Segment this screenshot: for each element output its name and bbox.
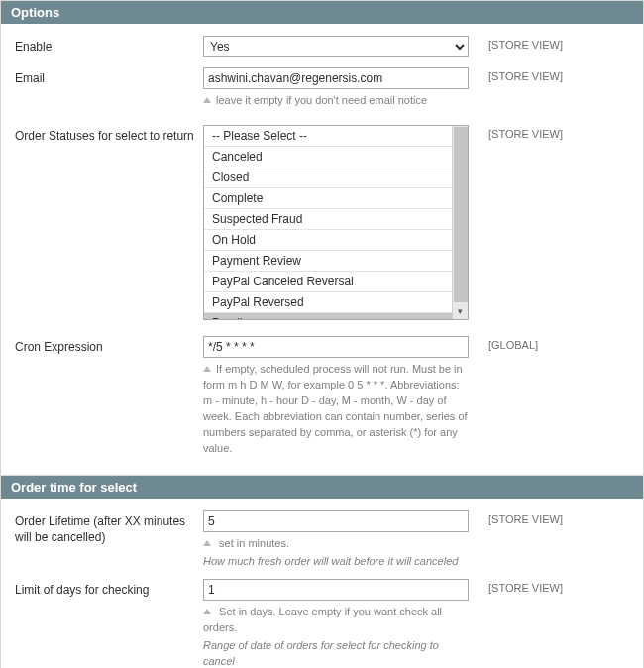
limit-days-field[interactable] — [203, 579, 469, 601]
chevron-down-icon[interactable]: ▾ — [454, 304, 468, 318]
row-email: Email leave it empty if you don't need e… — [15, 67, 629, 109]
enable-select[interactable]: Yes — [203, 36, 469, 57]
list-item[interactable]: Closed — [204, 167, 452, 188]
row-cron: Cron Expression If empty, scheduled proc… — [15, 336, 629, 457]
options-header: Options — [1, 1, 643, 24]
scope-enable: [STORE VIEW] — [471, 36, 580, 51]
lifetime-field[interactable] — [203, 510, 469, 532]
scope-lifetime: [STORE VIEW] — [471, 510, 580, 525]
label-limit-days: Limit of days for checking — [15, 579, 203, 598]
hint-lifetime-em: How much fresh order will wait before it… — [203, 554, 471, 570]
cron-field[interactable] — [203, 336, 469, 358]
row-order-statuses: Order Statuses for select to return -- P… — [15, 125, 629, 320]
hint-limit-days-text: Set in days. Leave empty if you want che… — [203, 606, 442, 633]
list-item[interactable]: PayPal Reversed — [204, 292, 452, 313]
hint-cron: If empty, scheduled process will not run… — [203, 362, 471, 457]
label-cron: Cron Expression — [15, 336, 203, 355]
hint-limit-days-em: Range of date of orders for select for c… — [203, 638, 471, 668]
order-time-body: Order Lifetime (after XX minutes will be… — [1, 499, 643, 668]
list-item[interactable]: -- Please Select -- — [204, 126, 452, 147]
label-email: Email — [15, 67, 203, 86]
row-enable: Enable Yes [STORE VIEW] — [15, 36, 629, 57]
list-item[interactable]: Canceled — [204, 147, 452, 167]
scope-limit-days: [STORE VIEW] — [471, 579, 580, 594]
list-item[interactable]: PayPal Canceled Reversal — [204, 272, 452, 292]
hint-lifetime: set in minutes. How much fresh order wil… — [203, 536, 471, 570]
row-lifetime: Order Lifetime (after XX minutes will be… — [15, 510, 629, 570]
list-item[interactable]: Payment Review — [204, 251, 452, 272]
order-statuses-items: -- Please Select -- Canceled Closed Comp… — [204, 126, 452, 319]
options-body: Enable Yes [STORE VIEW] Email leave it e… — [1, 24, 643, 475]
list-item[interactable]: On Hold — [204, 230, 452, 251]
list-item[interactable]: Pending — [204, 313, 452, 319]
order-time-header: Order time for select — [1, 476, 643, 499]
scope-cron: [GLOBAL] — [471, 336, 580, 351]
order-time-panel: Order time for select Order Lifetime (af… — [0, 476, 644, 668]
scope-email: [STORE VIEW] — [471, 67, 580, 82]
label-order-statuses: Order Statuses for select to return — [15, 125, 203, 144]
email-field[interactable] — [203, 67, 469, 89]
order-statuses-listbox[interactable]: -- Please Select -- Canceled Closed Comp… — [203, 125, 469, 320]
label-lifetime: Order Lifetime (after XX minutes will be… — [15, 510, 203, 545]
row-limit-days: Limit of days for checking Set in days. … — [15, 579, 629, 668]
scope-order-statuses: [STORE VIEW] — [471, 125, 580, 140]
hint-limit-days: Set in days. Leave empty if you want che… — [203, 605, 471, 668]
label-enable: Enable — [15, 36, 203, 55]
options-panel: Options Enable Yes [STORE VIEW] Email le… — [0, 0, 644, 476]
hint-lifetime-text: set in minutes. — [219, 537, 289, 549]
list-item[interactable]: Complete — [204, 188, 452, 209]
list-item[interactable]: Suspected Fraud — [204, 209, 452, 230]
scrollbar[interactable]: ▾ — [452, 126, 468, 319]
scrollbar-thumb[interactable] — [454, 127, 468, 302]
hint-email: leave it empty if you don't need email n… — [203, 93, 471, 109]
